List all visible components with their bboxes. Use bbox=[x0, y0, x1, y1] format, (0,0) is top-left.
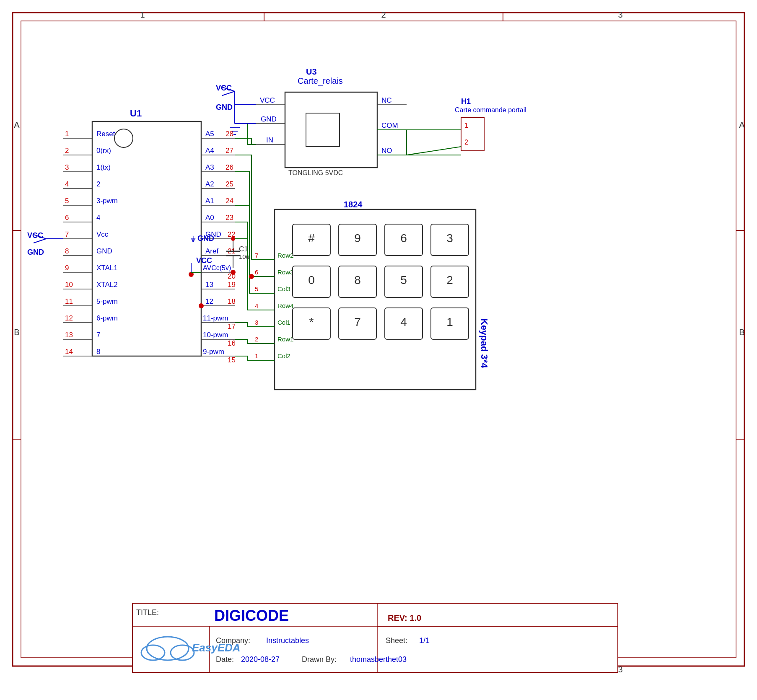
u1-pin5-label: 3-pwm bbox=[96, 197, 118, 205]
u1-pin5-num: 5 bbox=[65, 197, 69, 205]
u1-pin7-num: 7 bbox=[65, 230, 69, 238]
u1-label: U1 bbox=[130, 108, 142, 119]
u3-nc-label: NC bbox=[381, 96, 392, 104]
u1-pin25-label: A2 bbox=[205, 180, 214, 188]
u3-relay-coil bbox=[306, 113, 340, 147]
key-5-label: 5 bbox=[400, 274, 407, 287]
u1-pin1-num: 1 bbox=[65, 130, 69, 138]
grid-label-bottom-3: 3 bbox=[618, 665, 622, 674]
keypad-name: 1824 bbox=[344, 200, 363, 209]
kp-pin1-label: Col2 bbox=[277, 352, 290, 359]
u3-no-label: NO bbox=[381, 147, 392, 155]
u3-subtitle: Carte_relais bbox=[298, 76, 343, 86]
u1-pin16-label: 10-pwm bbox=[203, 331, 228, 339]
key-7-label: 7 bbox=[354, 315, 361, 328]
u1-pin27-num: 27 bbox=[226, 147, 233, 155]
kp-pin3-num: 3 bbox=[255, 319, 258, 326]
u1-pin18-label: 12 bbox=[205, 297, 213, 305]
keypad-subtitle: Keypad 3*4 bbox=[479, 318, 490, 368]
grid-label-left-B: B bbox=[14, 328, 19, 337]
schematic-canvas: 1 2 3 1 2 3 A B A B U1 1 Reset 2 0(rx) 3… bbox=[0, 0, 757, 700]
grid-label-right-A: A bbox=[739, 120, 745, 129]
kp-pin3-label: Col1 bbox=[277, 319, 290, 326]
grid-label-top-1: 1 bbox=[140, 10, 145, 19]
c1-bottom-dot bbox=[231, 270, 236, 275]
u1-pin12-num: 12 bbox=[65, 314, 73, 322]
grid-label-top-3: 3 bbox=[618, 10, 622, 19]
u1-pin13-num: 13 bbox=[65, 331, 73, 339]
u1-pin19-label: 13 bbox=[205, 281, 213, 289]
u1-pin19-num: 19 bbox=[228, 281, 236, 289]
key-6-label: 6 bbox=[400, 232, 407, 245]
u1-reset-circle bbox=[114, 129, 133, 147]
company-value: Instructables bbox=[266, 636, 309, 645]
u1-pin23-num: 23 bbox=[226, 214, 233, 222]
u1-pin8-num: 8 bbox=[65, 247, 69, 255]
key-2-label: 2 bbox=[446, 274, 453, 287]
u1-pin3-num: 3 bbox=[65, 163, 69, 171]
u1-pin7-label: Vcc bbox=[96, 230, 109, 238]
kp-pin2-label: Row1 bbox=[277, 336, 293, 343]
gnd-u3-label: GND bbox=[216, 103, 233, 111]
drawn-by-label: Drawn By: bbox=[302, 655, 337, 664]
kp-pin4-num: 4 bbox=[255, 302, 258, 309]
kp-pin5-num: 5 bbox=[255, 285, 258, 292]
u1-pin26-label: A3 bbox=[205, 163, 214, 171]
key-3-label: 3 bbox=[446, 232, 453, 245]
u1-pin9-num: 9 bbox=[65, 264, 69, 272]
h1-label: H1 bbox=[461, 97, 471, 106]
u1-pin15-num: 15 bbox=[228, 356, 236, 364]
date-value: 2020-08-27 bbox=[241, 655, 280, 664]
u1-pin8-label: GND bbox=[96, 247, 112, 255]
key-8-label: 8 bbox=[354, 274, 361, 287]
u1-pin4-label: 2 bbox=[96, 180, 100, 188]
u1-pin6-label: 4 bbox=[96, 214, 100, 222]
u3-vcc-label: VCC bbox=[260, 96, 275, 104]
h1-pin1-num: 1 bbox=[464, 122, 468, 129]
u1-pin10-num: 10 bbox=[65, 281, 73, 289]
u1-pin6-num: 6 bbox=[65, 214, 69, 222]
u1-pin9-label: XTAL1 bbox=[96, 264, 118, 272]
u1-pin23-label: A0 bbox=[205, 214, 214, 222]
u1-pin10-label: XTAL2 bbox=[96, 281, 118, 289]
gnd-u1-label: GND bbox=[27, 248, 44, 256]
grid-label-top-2: 2 bbox=[381, 10, 386, 19]
kp-pin7-num: 7 bbox=[255, 252, 258, 259]
vcc-pin20-label: VCC bbox=[196, 256, 212, 265]
rev-label: REV: 1.0 bbox=[388, 613, 421, 623]
u3-label: U3 bbox=[306, 67, 317, 76]
kp-pin2-num: 2 bbox=[255, 336, 258, 343]
u1-pin17-label: 11-pwm bbox=[203, 314, 228, 322]
u1-pin20-label: AVCc(5v) bbox=[203, 264, 231, 271]
u1-pin25-num: 25 bbox=[226, 180, 233, 188]
kp-pin1-num: 1 bbox=[255, 352, 258, 359]
kp-pin5-label: Col3 bbox=[277, 285, 290, 292]
c1-label: C1 bbox=[239, 245, 248, 253]
key-star-label: * bbox=[309, 315, 314, 328]
u1-pin24-num: 24 bbox=[226, 197, 233, 205]
sheet-label: Sheet: bbox=[386, 636, 407, 645]
date-label: Date: bbox=[216, 655, 234, 664]
h1-pin2-num: 2 bbox=[464, 139, 468, 146]
drawn-by-value: thomasberthet03 bbox=[350, 655, 407, 664]
company-field-label: Company: bbox=[216, 636, 250, 645]
key-9-label: 9 bbox=[354, 232, 361, 245]
u1-pin13-label: 7 bbox=[96, 331, 100, 339]
key-hash-label: # bbox=[308, 232, 315, 245]
u1-pin11-label: 5-pwm bbox=[96, 297, 118, 305]
u1-pin11-num: 11 bbox=[65, 297, 73, 305]
key-0-label: 0 bbox=[308, 274, 315, 287]
vcc-u3-label: VCC bbox=[216, 84, 232, 92]
u1-pin12-label: 6-pwm bbox=[96, 314, 118, 322]
u1-pin17-num: 17 bbox=[228, 323, 236, 331]
vcc-u1-label: VCC bbox=[27, 231, 43, 240]
u1-pin2-label: 0(rx) bbox=[96, 147, 111, 155]
kp-pin6-label: Row3 bbox=[277, 269, 293, 276]
grid-label-left-A: A bbox=[14, 120, 20, 129]
u1-pin18-num: 18 bbox=[228, 297, 236, 305]
sheet-value: 1/1 bbox=[419, 636, 430, 645]
u3-gnd-label: GND bbox=[261, 115, 277, 123]
u1-pin4-num: 4 bbox=[65, 180, 69, 188]
u1-pin24-label: A1 bbox=[205, 197, 214, 205]
u1-pin21-label: Aref bbox=[205, 247, 218, 255]
